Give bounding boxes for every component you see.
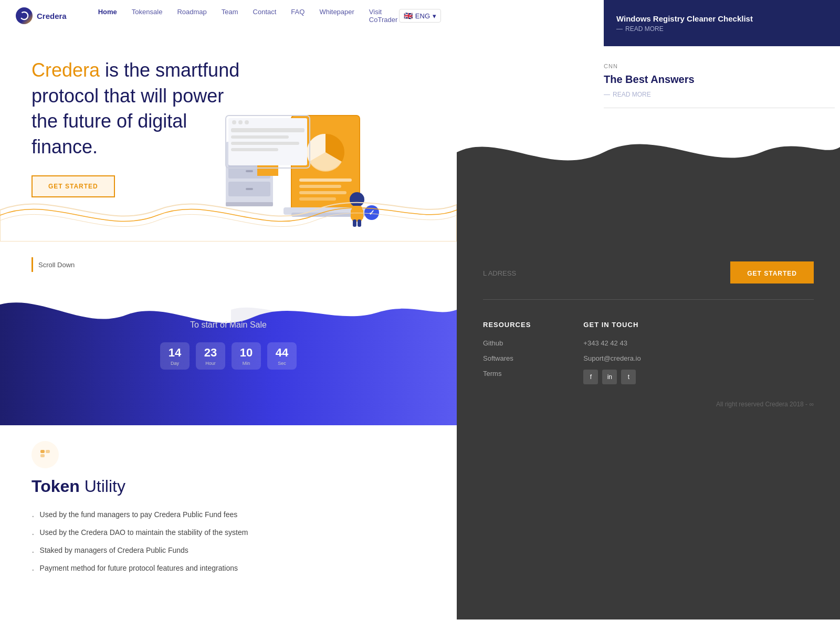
nav-roadmap[interactable]: Roadmap	[177, 8, 206, 24]
linkedin-icon[interactable]: in	[602, 370, 617, 384]
countdown-hours: 23 Hour	[196, 342, 225, 370]
svg-rect-37	[40, 454, 45, 457]
ad-panel: Windows Registry Cleaner Checklist — REA…	[604, 0, 840, 46]
twitter-icon[interactable]: t	[621, 370, 636, 384]
footer-link-softwares[interactable]: Softwares	[483, 354, 531, 362]
footer-resources: RESOURCES Github Softwares Terms	[483, 321, 531, 385]
scroll-down: Scroll Down	[32, 257, 75, 272]
scroll-line-icon	[32, 257, 33, 272]
token-bold: Token	[32, 477, 80, 496]
cnn-separator	[604, 108, 835, 108]
logo-name: Credera	[37, 12, 67, 20]
ad-title: Windows Registry Cleaner Checklist	[616, 14, 753, 23]
email-get-started-button[interactable]: GET STARTED	[730, 261, 814, 286]
svg-point-30	[238, 120, 243, 124]
countdown-days: 14 Day	[160, 342, 190, 370]
nav-home[interactable]: Home	[98, 8, 117, 24]
wave-decoration	[0, 178, 457, 244]
footer-columns: RESOURCES Github Softwares Terms GET IN …	[483, 310, 814, 385]
countdown-content: To start of Main Sale 14 Day 23 Hour 10 …	[150, 320, 307, 370]
social-icons: f in t	[583, 370, 640, 384]
svg-rect-34	[231, 142, 299, 145]
contact-title: GET IN TOUCH	[583, 321, 640, 329]
language-selector[interactable]: 🇬🇧 ENG ▾	[399, 9, 441, 23]
svg-rect-33	[231, 135, 289, 139]
ad-read-more[interactable]: — READ MORE	[616, 25, 664, 33]
svg-rect-6	[246, 170, 253, 172]
nav-tokensale[interactable]: Tokensale	[132, 8, 163, 24]
email-input[interactable]	[483, 263, 720, 284]
token-section: Token Utility Used by the fund managers …	[32, 441, 441, 578]
svg-rect-36	[40, 450, 45, 453]
right-wave	[457, 110, 840, 252]
svg-rect-32	[231, 128, 304, 132]
list-item: Used by the fund managers to pay Credera…	[32, 507, 441, 524]
footer-link-github[interactable]: Github	[483, 339, 531, 347]
token-list: Used by the fund managers to pay Credera…	[32, 507, 441, 578]
footer-email[interactable]: Suport@credera.io	[583, 354, 640, 362]
copyright: All right reserved Credera 2018 - ∞	[483, 401, 814, 408]
cnn-read-more[interactable]: — READ MORE	[604, 91, 835, 98]
svg-rect-35	[231, 148, 278, 151]
token-title: Token Utility	[32, 477, 441, 496]
token-light: Utility	[80, 477, 125, 496]
footer-contact: GET IN TOUCH +343 42 42 43 Suport@creder…	[583, 321, 640, 385]
footer-phone[interactable]: +343 42 42 43	[583, 339, 640, 347]
cnn-title: The Best Answers	[604, 74, 835, 86]
lang-label: ENG	[415, 12, 430, 20]
svg-point-29	[232, 120, 236, 124]
logo-area[interactable]: Credera	[16, 7, 67, 24]
footer-divider	[483, 299, 814, 300]
nav-team[interactable]: Team	[222, 8, 238, 24]
navbar: Credera Home Tokensale Roadmap Team Cont…	[0, 0, 457, 32]
countdown-section: To start of Main Sale 14 Day 23 Hour 10 …	[0, 289, 457, 425]
countdown-seconds: 44 Sec	[267, 342, 297, 370]
list-item: Staked by managers of Credera Public Fun…	[32, 542, 441, 560]
svg-rect-38	[46, 450, 50, 453]
countdown-label: To start of Main Sale	[150, 320, 307, 330]
cnn-label: CNN	[604, 63, 835, 69]
list-item: Payment method for future protocol featu…	[32, 560, 441, 578]
chevron-down-icon: ▾	[433, 12, 436, 20]
resources-title: RESOURCES	[483, 321, 531, 329]
right-panel: Windows Registry Cleaner Checklist — REA…	[457, 0, 840, 630]
svg-point-31	[245, 120, 249, 124]
logo-icon	[16, 7, 33, 24]
nav-whitepaper[interactable]: Whitepaper	[319, 8, 354, 24]
list-item: Used by the Credera DAO to maintain the …	[32, 524, 441, 542]
nav-links: Home Tokensale Roadmap Team Contact FAQ …	[98, 8, 399, 24]
facebook-icon[interactable]: f	[583, 370, 598, 384]
footer-link-terms[interactable]: Terms	[483, 370, 531, 377]
countdown-boxes: 14 Day 23 Hour 10 Min 44 Sec	[150, 342, 307, 370]
main-content: Credera is the smartfund protocol that w…	[0, 32, 457, 630]
nav-faq[interactable]: FAQ	[291, 8, 304, 24]
countdown-minutes: 10 Min	[232, 342, 261, 370]
footer-section: RESOURCES Github Softwares Terms GET IN …	[457, 284, 840, 620]
token-icon	[32, 441, 59, 468]
nav-visit[interactable]: Visit CoTrader	[369, 8, 399, 24]
hero-brand: Credera	[32, 59, 100, 81]
nav-contact[interactable]: Contact	[253, 8, 277, 24]
svg-point-0	[20, 12, 28, 19]
scroll-label: Scroll Down	[38, 261, 75, 269]
